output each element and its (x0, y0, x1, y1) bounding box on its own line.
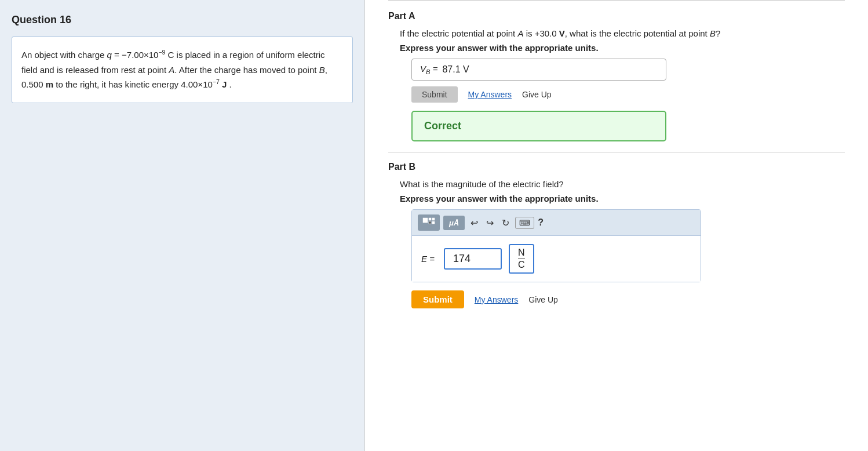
undo-button[interactable]: ↩ (468, 216, 480, 230)
part-b-title: Part B (388, 162, 845, 172)
symbol-button[interactable]: μÅ (443, 216, 465, 230)
keyboard-button[interactable]: ⌨ (515, 217, 534, 229)
part-a-answer-label: VB = (420, 64, 437, 75)
reset-button[interactable]: ↻ (499, 216, 512, 230)
template-icon (422, 217, 435, 228)
part-divider (388, 152, 845, 152)
fraction-box[interactable]: N C (509, 244, 534, 274)
problem-box: An object with charge q = −7.00×10−9 C i… (12, 37, 353, 103)
part-a-give-up-link[interactable]: Give Up (522, 90, 552, 99)
svg-rect-0 (423, 218, 428, 223)
part-a-submit-button[interactable]: Submit (411, 86, 458, 103)
part-a-title: Part A (388, 11, 845, 21)
redo-button[interactable]: ↪ (484, 216, 496, 230)
part-b-eq-label: E = (421, 254, 435, 264)
part-b-give-up-link[interactable]: Give Up (528, 295, 558, 304)
part-b-submit-row: Submit My Answers Give Up (411, 290, 845, 308)
svg-rect-4 (432, 221, 435, 224)
svg-rect-2 (432, 218, 435, 220)
top-divider (388, 0, 845, 1)
part-b-submit-button[interactable]: Submit (411, 290, 464, 308)
part-b-my-answers-link[interactable]: My Answers (475, 295, 518, 304)
part-b-question: What is the magnitude of the electric fi… (400, 179, 845, 189)
math-toolbar: μÅ ↩ ↪ ↻ ⌨ ? (412, 210, 701, 236)
question-title: Question 16 (12, 14, 353, 26)
part-a-answer-input: VB = 87.1 V (411, 59, 666, 81)
part-b-value-box[interactable]: 174 (444, 248, 502, 270)
part-a-correct-text: Correct (424, 120, 461, 132)
fraction-numerator: N (518, 248, 525, 259)
right-panel: Part A If the electric potential at poin… (365, 0, 868, 451)
template-icon-button[interactable] (418, 214, 440, 231)
part-a-submit-row: Submit My Answers Give Up (411, 86, 845, 103)
math-editor-box: μÅ ↩ ↪ ↻ ⌨ ? E = 174 N C (411, 209, 701, 282)
fraction-denominator: C (518, 260, 525, 270)
part-a-instruction: Express your answer with the appropriate… (400, 43, 845, 53)
svg-rect-1 (429, 218, 431, 220)
svg-rect-3 (429, 221, 431, 224)
part-a-correct-banner: Correct (411, 111, 666, 141)
help-button[interactable]: ? (538, 217, 544, 228)
part-a-my-answers-link[interactable]: My Answers (468, 90, 512, 99)
part-b-instruction: Express your answer with the appropriate… (400, 194, 845, 203)
problem-text: An object with charge q = −7.00×10−9 C i… (21, 48, 343, 92)
left-panel: Question 16 An object with charge q = −7… (0, 0, 365, 451)
part-a-question: If the electric potential at point A is … (400, 28, 845, 38)
math-input-row: E = 174 N C (412, 236, 701, 282)
part-a-answer-value: 87.1 V (442, 64, 658, 75)
